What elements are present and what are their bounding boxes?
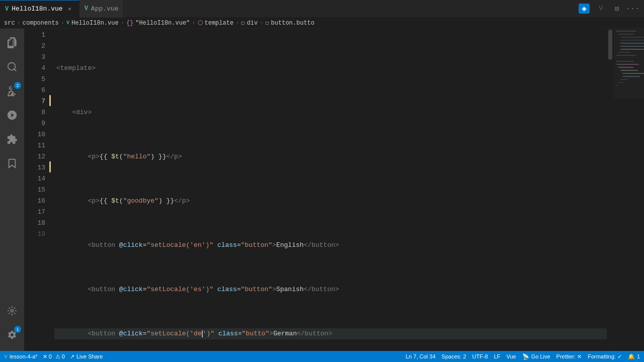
status-encoding[interactable]: UTF-8 (472, 353, 488, 359)
status-spaces[interactable]: Spaces: 2 (442, 353, 466, 359)
tab-helloi18n-label: HelloI18n.vue (12, 5, 62, 13)
scrollbar-thumb[interactable] (608, 30, 612, 60)
code-line-5: <button @click="setLocale('en')" class="… (54, 240, 607, 251)
breadcrumb-components[interactable]: components (23, 20, 59, 27)
remote-icon[interactable]: ◈ (579, 4, 590, 14)
live-share-icon: ↗ (70, 353, 74, 360)
breadcrumb-vue-icon: V (66, 20, 69, 26)
tab-helloi18n[interactable]: V HelloI18n.vue ✕ (0, 0, 79, 18)
status-go-live[interactable]: 📡 Go Live (522, 353, 550, 360)
svg-rect-21 (614, 29, 644, 99)
status-errors[interactable]: ✕ 0 ⚠ 0 (43, 353, 65, 360)
activity-extensions[interactable] (0, 127, 24, 151)
activity-settings[interactable]: 1 (0, 323, 24, 347)
activity-run[interactable] (0, 103, 24, 127)
source-control-icon[interactable]: ⑂ (596, 4, 606, 14)
code-line-2: <div> (54, 107, 607, 118)
status-branch[interactable]: ⑂ lesson-4-a* (4, 353, 38, 359)
svg-point-0 (8, 63, 16, 70)
source-control-badge: 2 (14, 82, 21, 89)
error-icon: ✕ (43, 353, 47, 360)
breadcrumb-src[interactable]: src (4, 20, 15, 27)
editor-area: 1 2 3 4 5 6 7 8 9 10 11 12 13 14 15 16 1… (24, 29, 644, 351)
status-bar: ⑂ lesson-4-a* ✕ 0 ⚠ 0 ↗ Live Share Ln 7,… (0, 351, 644, 362)
notification-count: 1 (637, 353, 640, 359)
status-notifications[interactable]: 🔔 1 (628, 353, 640, 360)
code-line-7: <button @click="setLocale('de')" class="… (54, 328, 607, 339)
status-eol[interactable]: LF (494, 353, 501, 359)
more-actions-icon[interactable]: ··· (628, 4, 638, 14)
settings-badge: 1 (14, 326, 21, 333)
error-count: 0 (49, 353, 52, 359)
status-position[interactable]: Ln 7, Col 34 (406, 353, 435, 359)
bell-icon: 🔔 (628, 353, 635, 360)
code-editor[interactable]: 1 2 3 4 5 6 7 8 9 10 11 12 13 14 15 16 1… (24, 29, 644, 351)
breadcrumb-div-icon: ◻ (241, 19, 245, 27)
title-bar: V HelloI18n.vue ✕ V App.vue ◈ ⑂ ⊟ ··· (0, 0, 644, 18)
minimap (614, 29, 644, 351)
go-live-icon: 📡 (522, 353, 529, 360)
tab-close-1[interactable]: ✕ (66, 5, 74, 13)
breadcrumb: src › components › V HelloI18n.vue › {} … (0, 18, 644, 29)
breadcrumb-obj-icon: {} (126, 20, 133, 27)
formatting-label: Formatting: ✓ (588, 353, 622, 360)
svg-line-1 (14, 69, 16, 71)
activity-explorer[interactable] (0, 31, 24, 55)
activity-bottom: 1 (0, 299, 24, 351)
scrollbar-track[interactable] (607, 29, 614, 351)
line-numbers: 1 2 3 4 5 6 7 8 9 10 11 12 13 14 15 16 1… (24, 29, 49, 351)
code-content[interactable]: <template> <div> <p>{{ $t("hello") }}</p… (52, 29, 607, 351)
status-live-share[interactable]: ↗ Live Share (70, 353, 103, 360)
breadcrumb-div[interactable]: div (247, 20, 258, 27)
main-layout: 2 1 1 2 3 4 (0, 29, 644, 351)
position-label: Ln 7, Col 34 (406, 353, 435, 359)
layout-icon[interactable]: ⊟ (612, 4, 622, 14)
gutter-modified-13 (49, 161, 51, 172)
activity-search[interactable] (0, 55, 24, 79)
breadcrumb-button[interactable]: button.butto (271, 20, 314, 27)
code-line-3: <p>{{ $t("hello") }}</p> (54, 151, 607, 162)
eol-label: LF (494, 353, 501, 359)
activity-source-control[interactable]: 2 (0, 79, 24, 103)
code-line-1: <template> (54, 63, 607, 74)
breadcrumb-file[interactable]: HelloI18n.vue (71, 20, 119, 27)
warning-count: 0 (62, 353, 65, 359)
activity-remote[interactable] (0, 299, 24, 323)
status-formatting[interactable]: Formatting: ✓ (588, 353, 622, 360)
branch-icon: ⑂ (4, 353, 8, 359)
status-language[interactable]: Vue (507, 353, 516, 359)
activity-bar: 2 1 (0, 29, 24, 351)
tab-appvue[interactable]: V App.vue (79, 0, 124, 18)
svg-point-2 (11, 310, 14, 312)
gutter (49, 29, 52, 351)
branch-name: lesson-4-a* (10, 353, 38, 359)
language-label: Vue (507, 353, 516, 359)
prettier-label: Prettier: ✕ (556, 353, 582, 360)
live-share-label: Live Share (76, 353, 103, 359)
activity-bookmarks[interactable] (0, 151, 24, 175)
code-line-4: <p>{{ $t("goodbye") }}</p> (54, 196, 607, 207)
vue-icon-2: V (85, 5, 88, 12)
gutter-modified-7 (49, 95, 51, 106)
spaces-label: Spaces: 2 (442, 353, 466, 359)
encoding-label: UTF-8 (472, 353, 488, 359)
breadcrumb-button-icon: ◻ (265, 19, 269, 27)
breadcrumb-template-icon: ⬡ (198, 19, 203, 27)
tab-appvue-label: App.vue (91, 5, 119, 13)
breadcrumb-export[interactable]: "HelloI18n.vue" (135, 20, 190, 27)
warning-icon: ⚠ (55, 353, 60, 360)
status-prettier[interactable]: Prettier: ✕ (556, 353, 582, 360)
breadcrumb-template[interactable]: template (205, 20, 234, 27)
go-live-label: Go Live (531, 353, 550, 359)
code-line-6: <button @click="setLocale('es')" class="… (54, 284, 607, 295)
vue-icon-1: V (5, 6, 9, 13)
